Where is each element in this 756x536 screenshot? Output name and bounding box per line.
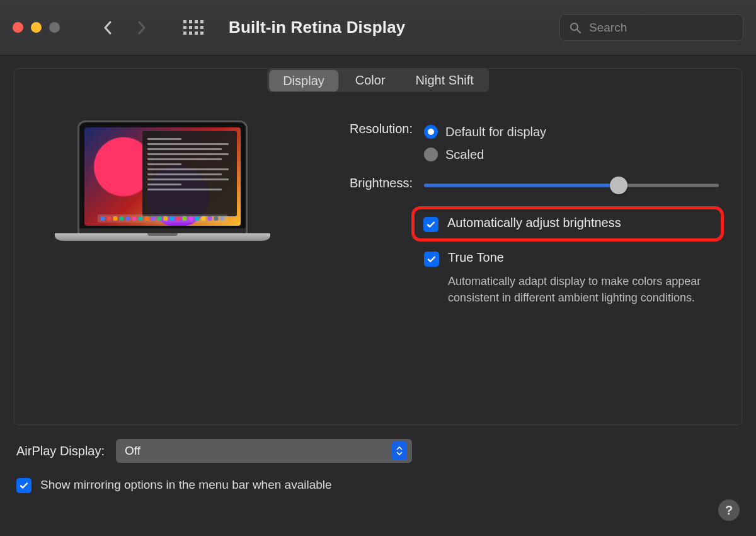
resolution-option-scaled[interactable]: Scaled xyxy=(424,143,719,166)
tab-color[interactable]: Color xyxy=(340,68,401,92)
resolution-option-default[interactable]: Default for display xyxy=(424,120,719,143)
radio-icon xyxy=(424,148,438,161)
airplay-select[interactable]: Off xyxy=(116,439,412,463)
window-title: Built-in Retina Display xyxy=(229,18,406,37)
tab-bar: Display Color Night Shift xyxy=(266,67,490,93)
zoom-window-button[interactable] xyxy=(49,22,60,33)
true-tone-description: Automatically adapt display to make colo… xyxy=(311,273,714,306)
laptop-illustration xyxy=(55,120,270,241)
brightness-slider[interactable] xyxy=(424,178,719,192)
search-icon xyxy=(569,21,581,34)
brightness-label: Brightness: xyxy=(311,175,424,190)
radio-icon xyxy=(424,125,438,139)
auto-brightness-label: Automatically adjust brightness xyxy=(447,216,621,230)
true-tone-label: True Tone xyxy=(448,250,504,265)
show-all-prefs-button[interactable] xyxy=(183,20,203,35)
airplay-label: AirPlay Display: xyxy=(16,444,105,458)
preferences-window: Built-in Retina Display Display Color Ni… xyxy=(0,0,756,536)
help-button[interactable]: ? xyxy=(718,499,740,521)
window-toolbar: Built-in Retina Display xyxy=(0,0,756,55)
tab-label: Night Shift xyxy=(416,73,474,88)
mirroring-label: Show mirroring options in the menu bar w… xyxy=(40,478,332,492)
auto-brightness-row[interactable]: Automatically adjust brightness xyxy=(411,206,724,242)
tab-label: Color xyxy=(355,73,386,88)
true-tone-row[interactable]: True Tone xyxy=(424,250,719,267)
tab-night-shift[interactable]: Night Shift xyxy=(401,68,489,92)
bottom-controls: AirPlay Display: Off Show mirroring opti… xyxy=(14,425,742,493)
resolution-radio-group: Default for display Scaled xyxy=(424,120,719,166)
minimize-window-button[interactable] xyxy=(31,22,42,33)
mirroring-row[interactable]: Show mirroring options in the menu bar w… xyxy=(16,477,740,493)
select-stepper-icon xyxy=(392,441,407,460)
window-controls xyxy=(13,22,60,33)
radio-label: Scaled xyxy=(445,148,484,162)
back-button[interactable] xyxy=(96,15,119,40)
search-field[interactable] xyxy=(559,15,743,41)
forward-button[interactable] xyxy=(130,15,153,40)
airplay-value: Off xyxy=(125,444,140,458)
display-panel: Display Color Night Shift xyxy=(14,68,742,425)
checkbox-checked-icon xyxy=(424,252,439,267)
help-icon: ? xyxy=(725,503,733,518)
tab-display[interactable]: Display xyxy=(269,70,338,91)
resolution-label: Resolution: xyxy=(311,120,424,136)
tab-label: Display xyxy=(283,74,324,88)
checkbox-checked-icon xyxy=(16,478,32,493)
display-preview xyxy=(14,103,311,424)
radio-label: Default for display xyxy=(445,125,546,139)
laptop-screen xyxy=(84,127,241,226)
display-settings: Resolution: Default for display Scaled xyxy=(311,103,742,424)
search-input[interactable] xyxy=(588,20,734,35)
content-area: Display Color Night Shift xyxy=(0,55,756,536)
checkbox-checked-icon xyxy=(423,217,438,232)
close-window-button[interactable] xyxy=(13,22,23,33)
svg-line-1 xyxy=(577,30,580,33)
